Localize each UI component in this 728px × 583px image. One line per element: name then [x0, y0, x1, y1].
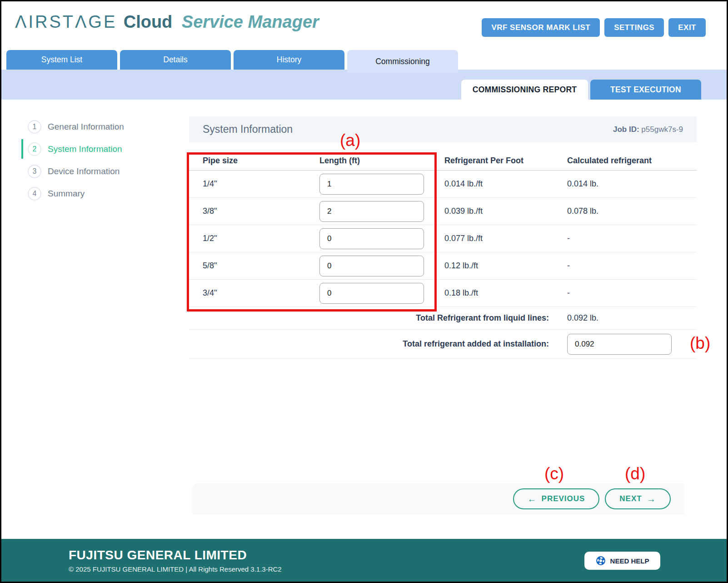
footer-copyright: © 2025 FUJITSU GENERAL LIMITED | All Rig…	[69, 565, 282, 573]
per-foot-value: 0.014 lb./ft	[444, 179, 567, 189]
previous-button-label: PREVIOUS	[542, 494, 585, 503]
annotation-d: (d)	[625, 464, 645, 483]
need-help-label: NEED HELP	[610, 557, 649, 565]
step-number-circle: 1	[28, 120, 41, 134]
pipe-table-header: Pipe size Length (ft) Refrigerant Per Fo…	[189, 151, 697, 171]
table-row: 5/8" 0.12 lb./ft -	[189, 252, 697, 280]
system-information-panel: System Information Job ID: p55gwk7s-9 Pi…	[189, 116, 697, 359]
step-label: General Information	[48, 122, 124, 132]
right-arrow-icon: →	[647, 494, 656, 504]
col-header-length: Length (ft)	[319, 156, 444, 166]
subtab-test-execution[interactable]: TEST EXECUTION	[590, 80, 701, 100]
settings-button[interactable]: SETTINGS	[604, 18, 664, 37]
length-input-3-8[interactable]	[319, 201, 424, 222]
table-row: 3/8" 0.039 lb./ft 0.078 lb.	[189, 198, 697, 225]
col-header-calculated-refrigerant: Calculated refrigerant	[567, 156, 697, 166]
calculated-value: -	[567, 261, 697, 271]
annotation-c: (c)	[544, 464, 564, 483]
total-added-label: Total refrigerant added at installation:	[403, 339, 567, 349]
calculated-value: 0.014 lb.	[567, 179, 697, 189]
previous-button[interactable]: ← PREVIOUS	[513, 488, 599, 509]
app-logo: ΛIRSTΛGE Cloud Service Manager	[15, 12, 319, 32]
job-id-value: p55gwk7s-9	[641, 125, 683, 134]
step-device-information[interactable]: 3 Device Information	[1, 160, 189, 182]
step-number-circle: 4	[28, 187, 41, 201]
per-foot-value: 0.077 lb./ft	[444, 234, 567, 243]
total-liquid-lines-value: 0.092 lb.	[567, 313, 697, 323]
per-foot-value: 0.039 lb./ft	[444, 206, 567, 216]
table-row: 3/4" 0.18 lb./ft -	[189, 280, 697, 307]
panel-title: System Information	[203, 123, 293, 136]
step-label: System Information	[48, 144, 122, 154]
length-input-1-4[interactable]	[319, 174, 424, 195]
pipe-size-value: 1/4"	[203, 179, 319, 189]
step-number-circle: 3	[28, 165, 41, 178]
pipe-size-value: 3/4"	[203, 288, 319, 298]
logo-brand-text: ΛIRSTΛGE	[15, 12, 117, 31]
logo-cloud-text: Cloud	[124, 12, 173, 31]
left-arrow-icon: ←	[528, 494, 537, 504]
step-general-information[interactable]: 1 General Information	[1, 116, 189, 138]
next-button-label: NEXT	[619, 494, 642, 503]
logo-product-text: Service Manager	[182, 12, 319, 31]
lifebuoy-icon	[596, 556, 606, 566]
job-id: Job ID: p55gwk7s-9	[613, 125, 683, 134]
vrf-sensor-mark-list-button[interactable]: VRF SENSOR MARK LIST	[482, 18, 600, 37]
step-number-circle: 2	[28, 142, 41, 156]
length-input-5-8[interactable]	[319, 256, 424, 276]
pipe-size-value: 3/8"	[203, 206, 319, 216]
tab-commissioning[interactable]: Commissioning	[347, 50, 458, 73]
table-row: 1/2" 0.077 lb./ft -	[189, 225, 697, 252]
tab-details[interactable]: Details	[120, 50, 231, 70]
total-added-row: Total refrigerant added at installation:	[189, 330, 697, 359]
calculated-value: -	[567, 288, 697, 298]
col-header-pipe-size: Pipe size	[203, 156, 319, 166]
step-label: Summary	[48, 189, 85, 199]
wizard-steps: 1 General Information 2 System Informati…	[1, 116, 189, 205]
calculated-value: -	[567, 234, 697, 243]
need-help-button[interactable]: NEED HELP	[584, 552, 660, 570]
exit-button[interactable]: EXIT	[668, 18, 706, 37]
calculated-value: 0.078 lb.	[567, 206, 697, 216]
step-summary[interactable]: 4 Summary	[1, 182, 189, 205]
pipe-size-value: 5/8"	[203, 261, 319, 271]
col-header-refrigerant-per-foot: Refrigerant Per Foot	[444, 156, 567, 166]
step-label: Device Information	[48, 166, 120, 176]
header-buttons: VRF SENSOR MARK LIST SETTINGS EXIT	[482, 18, 706, 37]
airstage-service-manager-window: ΛIRSTΛGE Cloud Service Manager VRF SENSO…	[0, 0, 728, 583]
wizard-action-bar: ← PREVIOUS NEXT →	[192, 483, 684, 514]
job-id-label: Job ID:	[613, 125, 639, 134]
tab-system-list[interactable]: System List	[6, 50, 117, 70]
main-tab-bar: System List Details History Commissionin…	[6, 50, 458, 73]
per-foot-value: 0.18 lb./ft	[444, 288, 567, 298]
total-added-input[interactable]	[567, 334, 672, 355]
panel-header: System Information Job ID: p55gwk7s-9	[189, 116, 697, 142]
length-input-3-4[interactable]	[319, 283, 424, 304]
total-liquid-lines-row: Total Refrigerant from liquid lines: 0.0…	[189, 307, 697, 330]
table-row: 1/4" 0.014 lb./ft 0.014 lb.	[189, 171, 697, 198]
total-liquid-lines-label: Total Refrigerant from liquid lines:	[416, 313, 567, 323]
per-foot-value: 0.12 lb./ft	[444, 261, 567, 271]
subtab-commissioning-report[interactable]: COMMISSIONING REPORT	[461, 80, 588, 100]
length-input-1-2[interactable]	[319, 228, 424, 249]
tab-history[interactable]: History	[234, 50, 344, 70]
footer-company-name: FUJITSU GENERAL LIMITED	[69, 548, 247, 563]
pipe-size-value: 1/2"	[203, 234, 319, 243]
step-system-information[interactable]: 2 System Information	[1, 138, 189, 160]
next-button[interactable]: NEXT →	[605, 488, 671, 509]
page-footer: FUJITSU GENERAL LIMITED © 2025 FUJITSU G…	[1, 539, 727, 582]
